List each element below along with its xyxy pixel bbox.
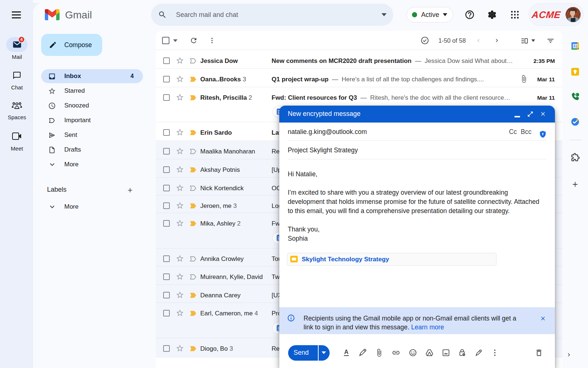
svg-text:A: A xyxy=(344,348,349,355)
svg-text:31: 31 xyxy=(573,44,577,48)
